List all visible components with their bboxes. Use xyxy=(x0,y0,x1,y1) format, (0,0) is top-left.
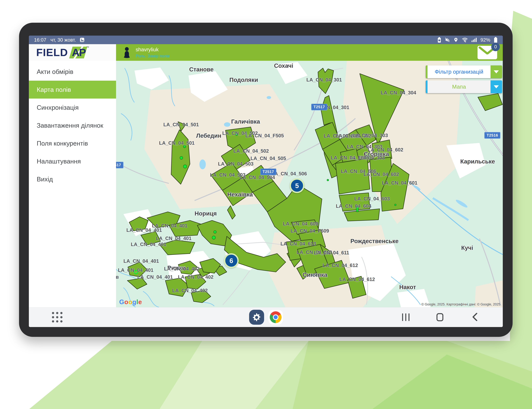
back-chevron-icon xyxy=(472,313,477,321)
sidebar-item[interactable]: Карта полів xyxy=(29,81,116,99)
app-header: FIELD AP ™ shavryliuk Роль: Замір полів … xyxy=(29,44,503,61)
road-badge: 517 xyxy=(116,162,124,168)
tablet-frame: 16:07 чт, 30 жовт. 92% xyxy=(19,23,513,337)
google-logo-letter: e xyxy=(138,298,142,306)
app-logo: FIELD AP ™ xyxy=(29,44,116,61)
wifi-icon xyxy=(462,37,468,43)
chevron-down-icon[interactable] xyxy=(491,80,502,93)
field-label: LA_CN_04_505 xyxy=(250,156,286,161)
map-place-label: Станове xyxy=(189,66,214,73)
android-navbar xyxy=(29,307,503,327)
button-accent-bar xyxy=(426,80,428,93)
google-logo-letter: G xyxy=(119,298,124,306)
sidebar-item[interactable]: Вихід xyxy=(29,170,116,188)
google-logo-letter: g xyxy=(132,298,136,306)
field-label: LA_CN_04_F609 xyxy=(291,228,329,234)
road-badge: T2517 xyxy=(260,168,276,175)
field-label: LA_CN_04_506 xyxy=(271,171,307,176)
chrome-app-button[interactable] xyxy=(268,310,283,325)
field-label: LA_CN_04_502 xyxy=(233,148,269,154)
chevron-down-icon[interactable] xyxy=(491,65,502,78)
back-button[interactable] xyxy=(472,313,477,322)
field-label: LA_CN_04_401 xyxy=(137,274,173,280)
field-label: LA_CN_04_F505 xyxy=(245,133,284,138)
map-place-label: Карильське xyxy=(460,158,495,165)
field-label: LA_CN_04_613 xyxy=(280,241,316,247)
sidebar-item[interactable]: Завантаження ділянок xyxy=(29,116,116,134)
field-label: LA_CN_04_401 xyxy=(118,267,153,273)
gear-icon xyxy=(252,313,261,322)
username: shavryliuk xyxy=(136,47,170,53)
field-label: LA_CN_04_503 xyxy=(218,161,253,167)
field-label: LA_CN_04_501 xyxy=(163,122,199,127)
field-label: LA_CN_04_F605 xyxy=(331,155,369,160)
field-label: LA_CN_04_602 xyxy=(363,171,399,177)
sidebar-item[interactable]: Поля конкурентів xyxy=(29,134,116,152)
map-canvas[interactable]: СтановеСохачіПодолякиГаличівкаЛебединНех… xyxy=(116,61,503,307)
map-attribution: © Google, 2025. Картографічні дані: © Go… xyxy=(421,302,501,306)
header-user-bar: shavryliuk Роль: Замір полів 0 xyxy=(116,44,503,61)
logo-trademark: ™ xyxy=(86,46,89,49)
button-accent-bar xyxy=(426,65,428,78)
map-place-label: Кучі xyxy=(461,244,473,251)
field-label: LA_CN_04_303 xyxy=(352,132,388,138)
map-type-button[interactable]: Мапа xyxy=(426,80,502,93)
field-label: LA_CN_04_401 xyxy=(126,227,162,233)
cluster-marker[interactable]: 5 xyxy=(290,178,304,193)
settings-app-button[interactable] xyxy=(249,310,264,325)
sidebar-item[interactable]: Синхронізація xyxy=(29,99,116,116)
field-label: LA_CN_04_301 xyxy=(306,77,342,83)
tablet-screen: 16:07 чт, 30 жовт. 92% xyxy=(29,36,503,327)
field-label: LA_CN_04_401 xyxy=(124,258,159,264)
field-label: LA_CN_04_612 xyxy=(323,263,358,268)
field-label: LA_CN_04_401 xyxy=(131,242,166,247)
map-place-label: Нориця xyxy=(195,210,217,217)
field-label: LA_CN_04_611 xyxy=(314,250,349,255)
battery-percent: 92% xyxy=(480,37,490,43)
field-label: LA_CN_04_602 xyxy=(368,147,403,152)
field-label: LA_CN_04_603 xyxy=(354,196,390,202)
signal-icon xyxy=(471,37,477,43)
cluster-marker[interactable]: 6 xyxy=(224,253,239,268)
map-place-label: Сохачі xyxy=(274,62,293,69)
field-label: LA_CN_04_504 xyxy=(239,175,275,180)
map-type-label: Мапа xyxy=(428,80,491,93)
map-place-label: Накот xyxy=(399,284,416,290)
map-place-label: Синявка xyxy=(303,271,327,278)
logo-field-text: FIELD xyxy=(36,46,68,58)
field-label: LA_CN_04_501 xyxy=(159,140,194,146)
filter-organizations-label: Фільтр организацій xyxy=(428,65,491,78)
logo-ap-text: AP xyxy=(72,46,86,58)
user-role: Роль: Замір полів xyxy=(136,54,170,58)
messages-badge: 0 xyxy=(491,43,500,51)
map-place-label: Нехаївка xyxy=(227,191,253,198)
field-label: LA_CN_04_304 xyxy=(381,90,416,95)
recent-apps-button[interactable] xyxy=(402,313,409,321)
status-bar: 16:07 чт, 30 жовт. 92% xyxy=(29,36,503,44)
logo-ap-mark: AP ™ xyxy=(70,47,88,58)
field-label: в xyxy=(116,274,119,280)
status-date: чт, 30 жовт. xyxy=(50,37,76,43)
home-button[interactable] xyxy=(437,313,443,321)
field-label: LA_CN_04_612 xyxy=(339,277,375,282)
mute-icon xyxy=(445,37,450,43)
battery-icon xyxy=(494,37,498,43)
field-label: LA_CN_04_402 xyxy=(164,266,200,271)
chrome-icon xyxy=(270,311,282,323)
messages-button[interactable]: 0 xyxy=(477,46,497,59)
battery-saver-icon xyxy=(437,37,441,43)
status-time: 16:07 xyxy=(34,37,46,43)
app-grid-icon[interactable] xyxy=(52,312,63,323)
field-label: LA_CN_04_601 xyxy=(382,180,417,186)
google-logo-letter: o xyxy=(124,298,128,306)
map-place-label: Рождественське xyxy=(351,238,399,244)
sidebar-item[interactable]: Акти обмірів xyxy=(29,63,116,81)
road-badge: T2517 xyxy=(311,104,327,110)
map-place-label: Лебедин xyxy=(196,132,221,139)
sidebar-item[interactable]: Налаштування xyxy=(29,152,116,170)
google-logo: Google xyxy=(119,298,142,306)
field-label: LA_CN_04_401 xyxy=(156,236,191,241)
sidebar: Акти обмірівКарта полівСинхронізаціяЗава… xyxy=(29,61,116,307)
filter-organizations-button[interactable]: Фільтр организацій xyxy=(426,65,502,78)
field-label: LA_CN_04_402 xyxy=(172,288,208,293)
